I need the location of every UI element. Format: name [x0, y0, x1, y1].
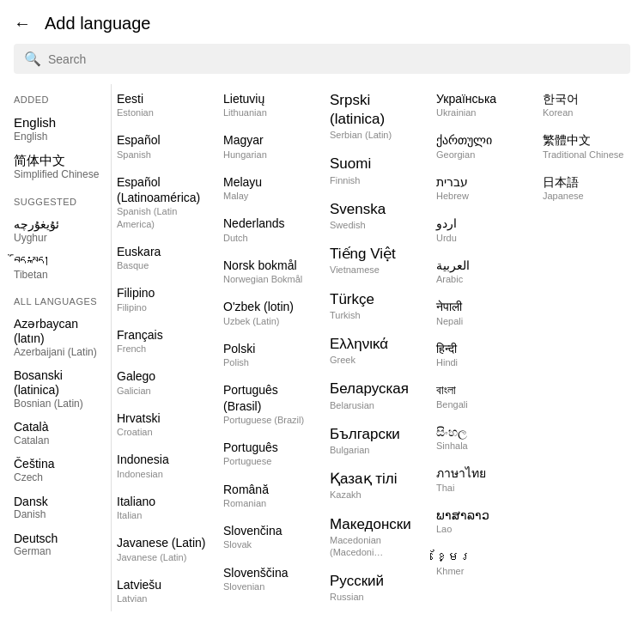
grid-lang-item[interactable]: नेपालीNepali [431, 292, 538, 333]
grid-lang-item[interactable]: УкраїнськаUkrainian [431, 84, 538, 125]
grid-column-1: LietuviųLithuanianMagyarHungarianMelayuM… [218, 84, 325, 599]
grid-lang-item[interactable]: Español (Latinoamérica)Spanish (Latin Am… [112, 167, 218, 237]
grid-lang-item[interactable]: MagyarHungarian [218, 125, 325, 167]
grid-column-2: Srpski (latinica)Serbian (Latin)SuomiFin… [325, 84, 431, 611]
grid-lang-item[interactable]: हिन्दीHindi [431, 334, 538, 375]
grid-lang-item[interactable]: PortuguêsPortuguese [218, 433, 325, 474]
left-panel-added-item[interactable]: EnglishEnglish [14, 110, 111, 148]
grid-lang-item[interactable]: LatviešuLatvian [112, 570, 218, 611]
grid-lang-item[interactable]: SuomiFinnish [325, 148, 431, 192]
grid-lang-item[interactable]: ພາສາລາວLao [431, 501, 538, 542]
grid-lang-item[interactable]: TürkçeTurkish [325, 283, 431, 328]
grid-lang-item[interactable]: SvenskaSwedish [325, 193, 431, 238]
left-panel-all-item[interactable]: DeutschGerman [14, 526, 111, 563]
search-bar: 🔍 [14, 44, 630, 74]
grid-lang-item[interactable]: РусскийRussian [325, 565, 431, 610]
back-button[interactable]: ← [14, 14, 31, 33]
grid-lang-item[interactable]: EuskaraBasque [112, 237, 218, 278]
grid-lang-item[interactable]: বাংলাBengali [431, 375, 538, 416]
left-panel-all-item[interactable]: Bosanski (latinica)Bosnian (Latin) [14, 363, 111, 415]
grid-lang-item[interactable]: FrançaisFrench [112, 320, 218, 361]
search-input[interactable] [48, 52, 620, 66]
content: ADDED EnglishEnglish简体中文Simplified Chine… [0, 84, 644, 611]
left-panel-all-item[interactable]: DanskDanish [14, 489, 111, 526]
grid-lang-item[interactable]: IndonesiaIndonesian [112, 445, 218, 486]
left-panel-suggested-item[interactable]: ئۇيغۇرچەUyghur [14, 212, 111, 249]
grid-lang-item[interactable]: ខ្មែរKhmer [431, 542, 538, 583]
grid-lang-item[interactable]: SlovenčinaSlovak [218, 516, 325, 557]
header: ← Add language [0, 0, 644, 44]
grid-lang-item[interactable]: FilipinoFilipino [112, 278, 218, 319]
grid-lang-item[interactable]: MelayuMalay [218, 167, 325, 209]
grid-lang-item[interactable]: עבריתHebrew [431, 167, 538, 209]
grid-lang-item[interactable]: العربيةArabic [431, 251, 538, 292]
grid-panel: EestiEstonianEspañolSpanishEspañol (Lati… [112, 84, 644, 611]
grid-lang-item[interactable]: Srpski (latinica)Serbian (Latin) [325, 84, 431, 148]
grid-lang-item[interactable]: Português (Brasil)Portuguese (Brazil) [218, 375, 325, 433]
page-title: Add language [45, 14, 150, 33]
grid-column-0: EestiEstonianEspañolSpanishEspañol (Lati… [112, 84, 218, 611]
grid-lang-item[interactable]: PolskiPolish [218, 334, 325, 375]
grid-lang-item[interactable]: Қазақ тіліKazakh [325, 463, 431, 507]
grid-lang-item[interactable]: Tiếng ViệtVietnamese [325, 238, 431, 283]
grid-lang-item[interactable]: Norsk bokmålNorwegian Bokmål [218, 251, 325, 292]
grid-lang-item[interactable]: සිංහලSinhala [431, 417, 538, 459]
grid-lang-item[interactable]: ქართულიGeorgian [431, 125, 538, 167]
left-panel-all-item[interactable]: CatalàCatalan [14, 415, 111, 452]
grid-lang-item[interactable]: ΕλληνικάGreek [325, 328, 431, 373]
grid-lang-item[interactable]: EestiEstonian [112, 84, 218, 125]
grid-lang-item[interactable]: Javanese (Latin)Javanese (Latin) [112, 528, 218, 569]
all-section-label: ALL LANGUAGES [14, 296, 111, 307]
grid-lang-item[interactable]: МакедонскиMacedonian (Macedoni… [325, 508, 431, 566]
grid-lang-item[interactable]: HrvatskiCroatian [112, 404, 218, 445]
grid-lang-item[interactable]: БългарскиBulgarian [325, 418, 431, 463]
grid-lang-item[interactable]: 한국어Korean [538, 84, 644, 125]
left-panel-suggested-item[interactable]: བོད་སྐད།Tibetan [14, 249, 111, 286]
added-items: EnglishEnglish简体中文Simplified Chinese [14, 110, 111, 186]
all-items: Azərbaycan (latın)Azerbaijani (Latin)Bos… [14, 312, 111, 563]
suggested-section-label: SUGGESTED [14, 197, 111, 207]
grid-lang-item[interactable]: EspañolSpanish [112, 125, 218, 167]
added-section-label: ADDED [14, 94, 111, 105]
left-panel-added-item[interactable]: 简体中文Simplified Chinese [14, 148, 111, 185]
left-panel-all-item[interactable]: ČeštinaCzech [14, 452, 111, 489]
grid-lang-item[interactable]: ItalianoItalian [112, 487, 218, 528]
grid-lang-item[interactable]: LietuviųLithuanian [218, 84, 325, 125]
grid-lang-item[interactable]: RomânăRomanian [218, 475, 325, 516]
grid-lang-item[interactable]: O'zbek (lotin)Uzbek (Latin) [218, 292, 325, 333]
left-panel-all-item[interactable]: Azərbaycan (latın)Azerbaijani (Latin) [14, 312, 111, 363]
grid-lang-item[interactable]: اردوUrdu [431, 209, 538, 250]
grid-lang-item[interactable]: GalegoGalician [112, 361, 218, 403]
grid-lang-item[interactable]: БеларускаяBelarusian [325, 373, 431, 417]
grid-lang-item[interactable]: ภาษาไทยThai [431, 459, 538, 500]
suggested-items: ئۇيغۇرچەUyghurབོད་སྐད།Tibetan [14, 212, 111, 286]
grid-column-4: 한국어Korean繁體中文Traditional Chinese日本語Japan… [538, 84, 644, 209]
grid-lang-item[interactable]: SlovenščinaSlovenian [218, 558, 325, 599]
grid-lang-item[interactable]: 繁體中文Traditional Chinese [538, 125, 644, 167]
grid-lang-item[interactable]: 日本語Japanese [538, 167, 644, 209]
grid-column-3: УкраїнськаUkrainianქართულიGeorgianעבריתH… [431, 84, 538, 584]
search-icon: 🔍 [24, 51, 41, 67]
grid-lang-item[interactable]: NederlandsDutch [218, 209, 325, 250]
left-panel: ADDED EnglishEnglish简体中文Simplified Chine… [0, 84, 112, 611]
